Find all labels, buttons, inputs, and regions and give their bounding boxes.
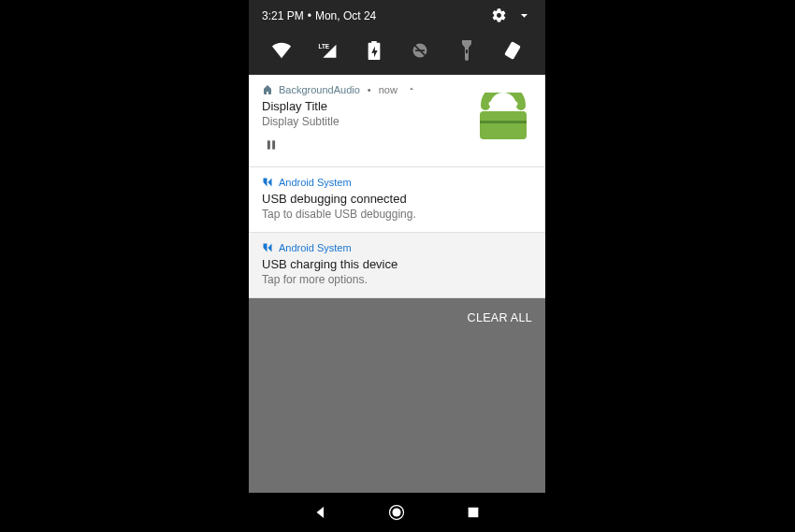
notification-header: Android System	[262, 242, 532, 253]
separator-dot: •	[366, 84, 373, 95]
battery-charging-icon[interactable]	[364, 40, 384, 61]
notification-subtitle: Display Subtitle	[262, 115, 465, 128]
notification-usb-debugging[interactable]: Android System USB debugging connected T…	[249, 167, 545, 233]
notification-subtitle: Tap for more options.	[262, 273, 532, 286]
collapse-caret-up-icon[interactable]	[407, 84, 416, 95]
notification-usb-charging[interactable]: Android System USB charging this device …	[249, 233, 545, 298]
flashlight-icon[interactable]	[456, 40, 477, 61]
notification-title: USB charging this device	[262, 257, 532, 271]
expand-chevron-down-icon[interactable]	[516, 7, 532, 23]
nav-recents-button[interactable]	[463, 502, 484, 523]
notification-app-name: Android System	[279, 177, 352, 188]
notification-app-name: Android System	[279, 242, 352, 253]
status-time: 3:21 PM	[262, 9, 304, 22]
svg-rect-6	[272, 140, 275, 149]
notification-media[interactable]: BackgroundAudio • now Display Title Disp…	[249, 75, 545, 167]
notification-app-name: BackgroundAudio	[279, 84, 360, 95]
auto-rotate-icon[interactable]	[502, 40, 523, 61]
android-system-icon	[262, 242, 273, 253]
svg-point-7	[489, 102, 494, 107]
android-system-icon	[262, 177, 273, 188]
svg-point-12	[393, 508, 401, 516]
notification-shade: 3:21 PM • Mon, Oct 24 LTE	[249, 0, 545, 532]
app-icon	[262, 84, 273, 95]
nav-home-button[interactable]	[386, 502, 407, 523]
clear-all-button[interactable]: CLEAR ALL	[468, 311, 532, 324]
wifi-icon[interactable]	[271, 40, 292, 61]
notification-when: now	[379, 84, 398, 95]
status-bar: 3:21 PM • Mon, Oct 24	[249, 0, 545, 27]
media-album-art	[474, 90, 532, 148]
status-separator: •	[304, 9, 315, 22]
quick-settings-header: 3:21 PM • Mon, Oct 24 LTE	[249, 0, 545, 75]
nav-back-button[interactable]	[311, 502, 331, 523]
svg-rect-5	[267, 140, 270, 149]
lte-signal-icon[interactable]: LTE	[317, 40, 338, 61]
svg-point-8	[513, 102, 518, 107]
shade-body: CLEAR ALL	[249, 298, 545, 493]
svg-rect-3	[466, 50, 468, 53]
nav-bar	[249, 493, 545, 532]
dnd-off-icon[interactable]	[410, 40, 430, 61]
notification-title: USB debugging connected	[262, 192, 532, 206]
notification-media-body: Display Title Display Subtitle	[262, 99, 532, 155]
status-date: Mon, Oct 24	[315, 9, 482, 22]
quick-settings-tiles: LTE	[249, 27, 545, 75]
pause-button[interactable]	[262, 136, 281, 154]
settings-icon[interactable]	[491, 7, 507, 23]
svg-rect-13	[469, 508, 479, 518]
svg-rect-10	[480, 121, 527, 123]
svg-rect-9	[480, 111, 527, 139]
notification-title: Display Title	[262, 99, 465, 113]
notification-header: Android System	[262, 177, 532, 188]
svg-rect-4	[504, 41, 521, 60]
svg-text:LTE: LTE	[319, 43, 329, 50]
notification-subtitle: Tap to disable USB debugging.	[262, 208, 532, 221]
